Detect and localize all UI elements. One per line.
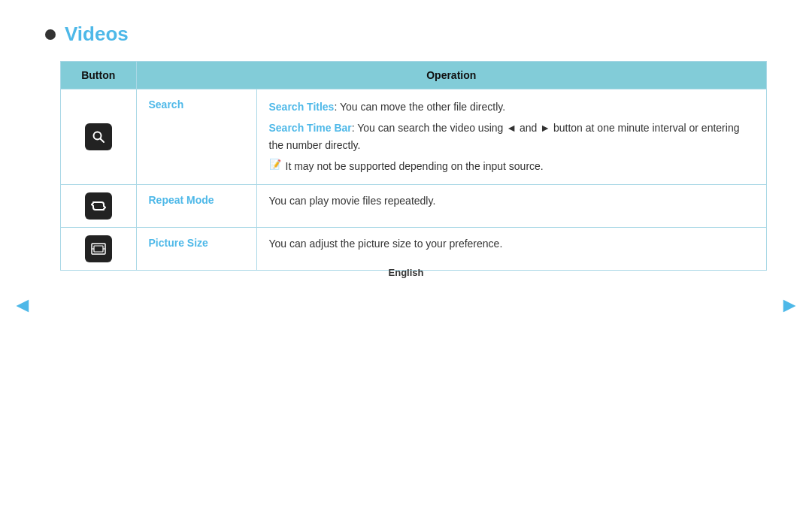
repeat-feature-cell: Repeat Mode [136,184,256,227]
table-row: Search Search Titles: You can move the o… [61,89,766,185]
header-button-col: Button [61,62,136,89]
table-header-row: Button Operation [61,62,766,89]
picture-operation-cell: You can adjust the picture size to your … [256,227,766,270]
svg-line-1 [100,138,104,142]
picture-size-icon [85,235,112,262]
svg-rect-3 [94,246,103,252]
repeat-button-cell [61,184,136,227]
picture-button-cell [61,227,136,270]
search-feature-label: Search [149,98,184,111]
repeat-icon [85,192,112,220]
search-icon [85,123,112,150]
page-title: Videos [45,23,767,46]
search-button-cell [61,89,136,185]
repeat-operation-cell: You can play movie files repeatedly. [256,184,766,227]
search-titles-line: Search Titles: You can move the other fi… [269,98,755,115]
page-container: Videos Button Operation [0,0,812,293]
nav-right-arrow[interactable]: ► [779,293,800,317]
table-row: Picture Size You can adjust the picture … [61,227,766,270]
search-titles-label: Search Titles [269,101,335,113]
feature-table: Button Operation [61,62,766,270]
repeat-feature-label: Repeat Mode [149,194,214,206]
title-bullet [45,29,56,40]
table-row: Repeat Mode You can play movie files rep… [61,184,766,227]
search-operation-cell: Search Titles: You can move the other fi… [256,89,766,185]
search-feature-cell: Search [136,89,256,185]
repeat-operation-text: You can play movie files repeatedly. [269,195,436,207]
footer-language: English [389,267,424,278]
search-timebar-line: Search Time Bar: You can search the vide… [269,120,755,153]
note-icon: 📝 [269,159,281,170]
picture-feature-cell: Picture Size [136,227,256,270]
search-note-line: 📝 It may not be supported depending on t… [269,158,755,174]
picture-operation-text: You can adjust the picture size to your … [269,238,503,250]
header-operation-col: Operation [136,62,766,89]
nav-left-arrow[interactable]: ◄ [12,293,33,317]
search-note-text: It may not be supported depending on the… [286,158,544,174]
title-text: Videos [65,23,129,46]
search-timebar-label: Search Time Bar [269,122,352,134]
main-table-wrapper: Button Operation [60,61,767,271]
picture-feature-label: Picture Size [149,237,208,249]
search-titles-text: : You can move the other file directly. [334,101,505,113]
